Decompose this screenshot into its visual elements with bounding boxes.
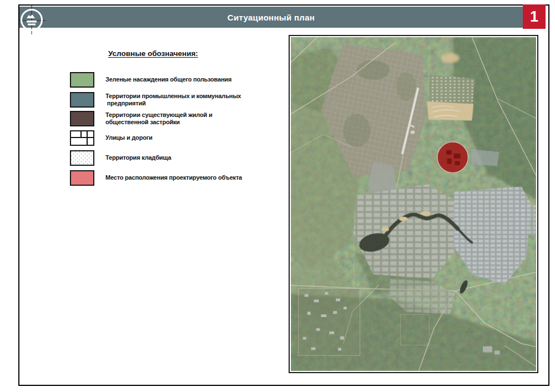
legend-item-label: Территории существующей жилой и обществе…: [105, 111, 261, 126]
project-location-swatch: [70, 170, 94, 186]
legend-title: Условные обозначения:: [108, 49, 198, 58]
header-bar: Ситуационный план: [19, 7, 523, 28]
sheet-title: Ситуационный план: [228, 13, 315, 22]
legend-row: Улицы и дороги: [70, 130, 261, 146]
legend-item-label: Территория кладбища: [105, 154, 261, 161]
legend-row: Территории промышленных и коммунальных п…: [70, 92, 261, 108]
legend-item-label: Место расположения проектируемого объект…: [105, 174, 261, 181]
legend-item-label: Улицы и дороги: [105, 134, 261, 141]
cemetery-territory-swatch: [70, 150, 94, 166]
surveyor-compass-stamp-icon: [16, 3, 49, 37]
legend-item-label: Зеленые насаждения общего пользования: [105, 76, 261, 83]
map-grain-overlay: [291, 37, 536, 371]
legend-row: Территория кладбища: [70, 150, 261, 166]
situational-map: [289, 35, 538, 373]
industrial-territories-swatch: [70, 92, 94, 108]
project-location-marker: [437, 142, 468, 172]
legend-row: Зеленые насаждения общего пользования: [70, 72, 261, 88]
satellite-map-image: [291, 37, 536, 371]
green-areas-swatch: [70, 72, 94, 88]
legend-row: Территории существующей жилой и обществе…: [70, 111, 261, 126]
legend-item-label: Территории промышленных и коммунальных п…: [105, 93, 261, 108]
streets-roads-swatch: [70, 130, 94, 146]
legend-row: Место расположения проектируемого объект…: [70, 170, 261, 186]
sheet-number-badge: 1: [523, 4, 546, 29]
residential-territories-swatch: [70, 111, 94, 126]
